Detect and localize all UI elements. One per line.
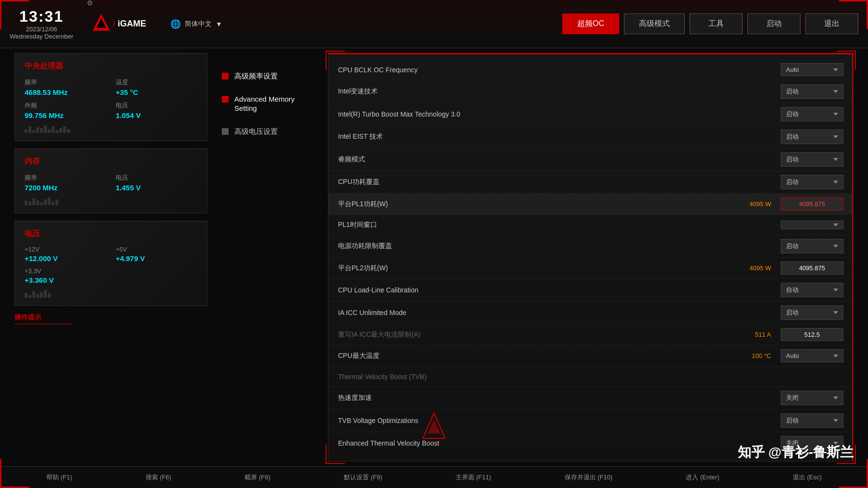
setting-dropdown[interactable]: 启动 xyxy=(781,413,843,428)
setting-row[interactable]: CPU最大温度100 °CAuto xyxy=(328,345,853,367)
setting-row[interactable]: PL1时间窗口 xyxy=(328,215,853,235)
memory-card: 内存 频率 7200 MHz 电压 1.455 V xyxy=(14,148,207,213)
nav-tools-button[interactable]: 工具 xyxy=(690,13,743,34)
sidenav-voltage-dot xyxy=(222,128,229,135)
setting-row[interactable]: CPU Load-Line Calibration自动 xyxy=(328,279,853,302)
setting-dropdown[interactable]: 启动 xyxy=(781,305,843,320)
voltage-card: 电压 +12V +12.000 V +5V +4.979 V +3.3V +3.… xyxy=(14,221,207,306)
setting-name: Enhanced Thermal Velocity Boost xyxy=(338,439,781,447)
setting-dropdown[interactable] xyxy=(781,221,843,229)
setting-dropdown[interactable]: 启动 xyxy=(781,175,843,189)
setting-dropdown[interactable]: 启动 xyxy=(781,239,843,253)
setting-name: CPU功耗覆盖 xyxy=(338,178,781,186)
key-save-exit[interactable]: 保存并退出 (F10) xyxy=(565,473,613,482)
lang-selector[interactable]: 🌐 简体中文 ▼ xyxy=(170,19,222,29)
cpu-card: 中央处理器 频率 4688.53 MHz 温度 +35 °C 外频 99.756… xyxy=(14,53,207,141)
nav-advanced-button[interactable]: 高级模式 xyxy=(624,13,685,34)
key-default[interactable]: 默认设置 (F9) xyxy=(344,473,382,482)
cpu-freq-value: 4688.53 MHz xyxy=(25,88,106,96)
cpu-temp-label: 温度 xyxy=(116,78,197,87)
setting-dropdown[interactable]: 自动 xyxy=(781,283,843,297)
sidenav-voltage[interactable]: 高级电压设置 xyxy=(217,123,323,140)
logo-triangle-icon xyxy=(93,13,110,35)
watermark: 知乎 @青衫-鲁斯兰 xyxy=(738,443,854,462)
setting-dropdown[interactable]: 启动 xyxy=(781,107,843,121)
setting-row[interactable]: 重写IA ICC最大电流限制(A)511 A512.5 xyxy=(328,324,853,345)
key-help[interactable]: 帮助 (F1) xyxy=(46,473,72,482)
mem-wave xyxy=(25,197,197,205)
setting-name: 平台PL1功耗(W) xyxy=(338,200,749,209)
setting-name: TVB Voltage Optimizations xyxy=(338,417,781,424)
setting-dropdown[interactable]: 启动 xyxy=(781,84,843,99)
setting-hint: 4095 W xyxy=(749,264,771,272)
gear-icon: ⚙ xyxy=(87,0,93,7)
corner-decoration-br xyxy=(839,459,868,488)
header-nav: 超频OC 高级模式 工具 启动 退出 xyxy=(562,13,858,34)
key-search[interactable]: 搜索 (F6) xyxy=(146,473,171,482)
setting-row[interactable]: CPU功耗覆盖启动 xyxy=(328,171,853,194)
side-nav-panel: 高级频率设置 Advanced Memory Setting 高级电压设置 xyxy=(217,53,323,462)
nav-boot-button[interactable]: 启动 xyxy=(747,13,800,34)
setting-hint: 100 °C xyxy=(752,352,771,359)
setting-value-display[interactable]: 512.5 xyxy=(781,328,843,341)
setting-dropdown[interactable]: 关闭 xyxy=(781,391,843,405)
sidenav-memory[interactable]: Advanced Memory Setting xyxy=(217,91,323,117)
sidenav-freq[interactable]: 高级频率设置 xyxy=(217,67,323,85)
memory-card-title: 内存 xyxy=(25,157,197,167)
setting-row[interactable]: IA ICC Unlimited Mode启动 xyxy=(328,302,853,324)
setting-name: CPU BCLK OC Frequency xyxy=(338,66,781,74)
setting-row[interactable]: 电源功耗限制覆盖启动 xyxy=(328,235,853,258)
v33-value: +3.360 V xyxy=(25,276,106,284)
setting-row[interactable]: 平台PL2功耗(W)4095 W4095.875 xyxy=(328,258,853,279)
corner-decoration-tr xyxy=(839,0,868,29)
setting-name: 电源功耗限制覆盖 xyxy=(338,242,781,251)
cpu-card-title: 中央处理器 xyxy=(25,61,197,71)
globe-icon: 🌐 xyxy=(170,19,181,29)
logo-brand: i xyxy=(113,20,115,28)
setting-row[interactable]: 睿频模式启动 xyxy=(328,148,853,171)
cpu-voltage-value: 1.054 V xyxy=(116,111,197,119)
mem-voltage-value: 1.455 V xyxy=(116,184,197,192)
setting-name: IA ICC Unlimited Mode xyxy=(338,309,781,317)
setting-dropdown[interactable]: Auto xyxy=(781,349,843,362)
header-left: ⚙ 13:31 2023/12/06 Wednesday December i … xyxy=(10,8,222,40)
setting-row[interactable]: Intel(R) Turbo Boost Max Technology 3.0启… xyxy=(328,103,853,126)
v5-label: +5V xyxy=(116,246,197,253)
svg-marker-3 xyxy=(428,419,440,434)
setting-name: PL1时间窗口 xyxy=(338,221,781,229)
bottom-bar: 帮助 (F1) 搜索 (F6) 截屏 (F8) 默认设置 (F9) 主界面 (F… xyxy=(0,466,868,488)
setting-row[interactable]: TVB Voltage Optimizations启动 xyxy=(328,409,853,432)
setting-row[interactable]: Thermal Velocity Boost (TVB) xyxy=(328,367,853,387)
key-enter[interactable]: 进入 (Enter) xyxy=(686,473,719,482)
setting-row[interactable]: Intel变速技术启动 xyxy=(328,80,853,103)
setting-dropdown[interactable]: 启动 xyxy=(781,130,843,144)
setting-name: Intel EIST 技术 xyxy=(338,132,781,141)
setting-name: 重写IA ICC最大电流限制(A) xyxy=(338,330,755,339)
voltage-wave xyxy=(25,289,197,298)
setting-row[interactable]: Intel EIST 技术启动 xyxy=(328,126,853,148)
key-esc[interactable]: 退出 (Esc) xyxy=(793,473,822,482)
setting-row[interactable]: CPU BCLK OC FrequencyAuto xyxy=(328,59,853,80)
setting-dropdown[interactable]: Auto xyxy=(781,63,843,76)
setting-name: 睿频模式 xyxy=(338,155,781,164)
lang-label: 简体中文 xyxy=(185,20,212,28)
lang-arrow-icon: ▼ xyxy=(216,20,222,28)
bottom-logo-triangle-icon xyxy=(422,412,446,441)
main-settings-panel: CPU BCLK OC FrequencyAutoIntel变速技术启动Inte… xyxy=(328,53,854,462)
sidenav-memory-dot xyxy=(222,96,229,103)
header: ⚙ 13:31 2023/12/06 Wednesday December i … xyxy=(0,0,868,48)
setting-value-display[interactable]: 4095.875 xyxy=(781,262,843,275)
cpu-extfreq-value: 99.756 MHz xyxy=(25,111,106,119)
setting-value-display[interactable]: 4095.875 xyxy=(781,198,843,211)
sidenav-memory-label: Advanced Memory Setting xyxy=(234,94,318,113)
key-main[interactable]: 主界面 (F11) xyxy=(456,473,491,482)
v5-value: +4.979 V xyxy=(116,254,197,263)
setting-dropdown[interactable]: 启动 xyxy=(781,152,843,167)
key-screenshot[interactable]: 截屏 (F8) xyxy=(244,473,270,482)
v12-value: +12.000 V xyxy=(25,254,106,263)
mem-freq-label: 频率 xyxy=(25,173,106,182)
setting-row[interactable]: 热速度加速关闭 xyxy=(328,387,853,409)
setting-row[interactable]: 平台PL1功耗(W)4095 W4095.875 xyxy=(328,194,853,215)
cpu-voltage-label: 电压 xyxy=(116,101,197,110)
nav-oc-button[interactable]: 超频OC xyxy=(562,13,619,34)
